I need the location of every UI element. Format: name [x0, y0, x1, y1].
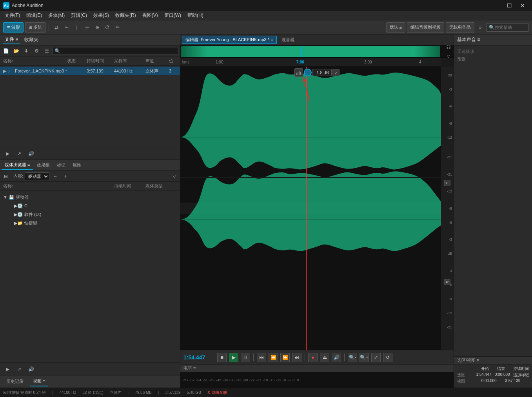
menu-effects[interactable]: 效果(S)	[90, 11, 112, 20]
tab-markers[interactable]: 标记	[54, 161, 69, 170]
rewind-button[interactable]: ⏪	[269, 353, 278, 362]
zoom-out-button[interactable]: 🔍-	[348, 353, 357, 362]
tool-time[interactable]: ⏱	[103, 23, 112, 32]
media-collapse-button[interactable]: ⊟	[2, 172, 10, 181]
tab-files[interactable]: 文件 ≡	[3, 35, 20, 44]
minimize-button[interactable]: —	[490, 2, 502, 9]
edit-to-video-button[interactable]: 编辑音频到视频	[407, 22, 444, 33]
extend-panels-button[interactable]: »	[476, 23, 485, 32]
transport-time-display: 1:54.447	[183, 354, 215, 361]
media-group-drives-header[interactable]: ▼ 💾 驱动器	[3, 193, 177, 201]
level-db-start: dB	[183, 378, 188, 382]
tab-media-browser[interactable]: 媒体浏览器 ≡	[2, 160, 33, 170]
media-add-button[interactable]: +	[61, 172, 70, 181]
tool-select[interactable]: |	[73, 23, 81, 32]
menu-multitrack[interactable]: 多轨(M)	[45, 11, 68, 20]
volume-button[interactable]: 🔊	[332, 353, 341, 362]
level-db-39: -39	[223, 378, 228, 382]
files-search-input[interactable]	[60, 49, 176, 53]
level-db-33: -33	[236, 378, 241, 382]
media-item-shortcuts[interactable]: ▶ 📁 快捷键	[3, 219, 177, 227]
multitrack-mode-button[interactable]: ⊞ 多轨	[25, 22, 45, 33]
menu-window[interactable]: 窗口(W)	[161, 11, 184, 20]
col-duration-header: 持续时间	[87, 58, 114, 64]
play-file-button[interactable]: ▶	[3, 149, 12, 158]
tool-lasso[interactable]: ⊹	[83, 23, 91, 32]
tab-mixer[interactable]: 混音器	[278, 36, 298, 44]
tab-video[interactable]: 视频 ≡	[30, 377, 48, 386]
menu-clip[interactable]: 剪辑(C)	[68, 11, 90, 20]
zoom-fit-button[interactable]: ⤢	[371, 353, 381, 362]
waveform-mode-button[interactable]: ≋ 波形	[3, 22, 24, 33]
close-button[interactable]: ✕	[516, 2, 529, 9]
channel-r-button[interactable]: R	[444, 279, 450, 285]
media-item-d[interactable]: ▶ 💽 软件 (D:)	[3, 210, 177, 219]
db-label-m3-3: -3	[449, 269, 452, 273]
statusbar: 应用'增幅'完成时 0.24 秒 | 44100 Hz 32 位 (浮点) 立体…	[0, 388, 532, 397]
media-back-button[interactable]: ←	[51, 172, 60, 181]
volume-media-button[interactable]: 🔊	[27, 365, 35, 373]
content-select[interactable]: 驱动器	[25, 172, 49, 180]
file-row[interactable]: ▶ ♪ Forever...LACKPINK.mp3 * 3:57.139 44…	[0, 67, 180, 75]
to-end-button[interactable]: ⏭	[292, 353, 301, 362]
file-options-2[interactable]: ☰	[42, 47, 51, 55]
tab-effects-group[interactable]: 效果组	[34, 161, 53, 170]
ruler-mark-1min: 1:00	[216, 60, 223, 64]
default-workspace-button[interactable]: 默认 ≡	[386, 22, 405, 33]
status-disk: 5.48 GB	[187, 390, 202, 395]
playhead-circle[interactable]	[304, 69, 312, 76]
open-file-button[interactable]: 📂	[12, 47, 20, 55]
radio-button[interactable]: 无线电作品	[446, 22, 474, 33]
menu-help[interactable]: 帮助(H)	[184, 11, 207, 20]
media-item-c[interactable]: ▶ 💽 C:	[3, 201, 177, 210]
playhead-arrow-button[interactable]: ↗	[332, 69, 340, 76]
eject-button[interactable]: ⏏	[320, 353, 329, 362]
db-label-m21-3: -21	[447, 325, 452, 329]
forward-button[interactable]: ⏩	[280, 353, 290, 362]
level-db-57: -57	[189, 378, 194, 382]
overview-bar[interactable]	[181, 46, 440, 57]
tool-brush[interactable]: ✏	[113, 23, 122, 32]
menu-favorites[interactable]: 收藏夹(R)	[112, 11, 139, 20]
search-icon-2: 🔍	[54, 48, 60, 54]
zoom-in-button[interactable]: 🔍+	[360, 353, 369, 362]
tab-favorites[interactable]: 收藏夹	[23, 36, 40, 44]
import-button[interactable]: ⬇	[22, 47, 31, 55]
volume-file-button[interactable]: 🔊	[27, 149, 35, 158]
menu-view[interactable]: 视图(V)	[139, 11, 161, 20]
maximize-button[interactable]: ☐	[503, 2, 516, 9]
media-tabs: 媒体浏览器 ≡ 效果组 标记 属性	[0, 160, 180, 171]
status-sep-3: |	[158, 390, 159, 395]
tool-zoom[interactable]: ⊕	[93, 23, 102, 32]
to-start-button[interactable]: ⏮	[257, 353, 266, 362]
play-media-button[interactable]: ▶	[3, 365, 12, 373]
media-filter-button[interactable]: ▽	[170, 172, 178, 181]
editor-tab-file[interactable]: 编辑器: Forever Young - BLACKPINK.mp3 * ≡	[182, 36, 277, 44]
menu-edit[interactable]: 编辑(E)	[23, 11, 45, 20]
status-memory: 79.86 MB	[135, 390, 152, 395]
stop-button[interactable]: ■	[217, 353, 227, 362]
file-options-1[interactable]: ⚙	[32, 47, 41, 55]
view-data-row: 视图 0:00.000 3:57.139	[457, 379, 529, 384]
overview-headphones[interactable]: 🎧	[444, 43, 453, 51]
loop-button[interactable]: ↺	[383, 353, 392, 362]
sel-col-end: 结束	[497, 366, 505, 372]
channel-l-button[interactable]: L	[444, 180, 450, 186]
play-button[interactable]: ▶	[229, 353, 238, 362]
record-button[interactable]: ●	[308, 353, 318, 362]
export-file-button[interactable]: ↗	[15, 149, 24, 158]
view-end-val: 3:57.139	[505, 379, 520, 384]
right-channel-waveform	[180, 171, 441, 251]
tool-cut[interactable]: ✁	[62, 23, 71, 32]
search-input[interactable]	[495, 25, 526, 30]
preset-label: 预设	[457, 56, 529, 62]
pause-button[interactable]: ⏸	[241, 353, 250, 362]
tab-history[interactable]: 历史记录	[3, 377, 27, 386]
c-drive-label: C:	[24, 203, 29, 208]
new-file-button[interactable]: 📄	[2, 47, 10, 55]
tool-move[interactable]: ⇄	[52, 23, 61, 32]
tab-properties[interactable]: 属性	[69, 161, 84, 170]
overview-waveform	[181, 46, 440, 57]
menu-file[interactable]: 文件(F)	[2, 11, 23, 20]
export-media-button[interactable]: ↗	[15, 365, 24, 373]
